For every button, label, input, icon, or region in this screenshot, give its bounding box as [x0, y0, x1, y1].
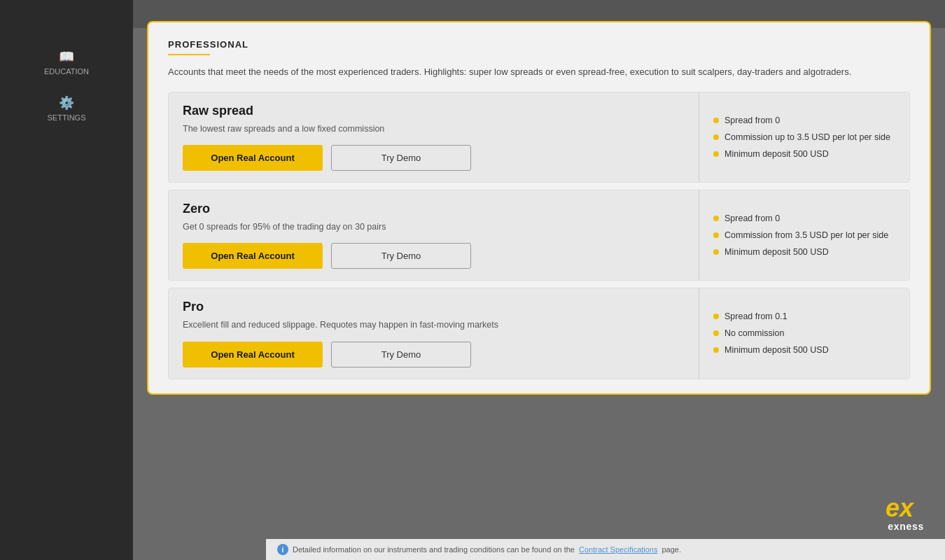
raw-spread-feature-1: Spread from 0 — [713, 115, 895, 125]
settings-icon: ⚙️ — [59, 95, 74, 111]
pro-desc: Excellent fill and reduced slippage. Req… — [183, 318, 685, 331]
raw-spread-buttons: Open Real Account Try Demo — [183, 145, 685, 171]
zero-name: Zero — [183, 202, 685, 216]
feature-dot — [713, 151, 719, 157]
exness-logo-icon: ex — [886, 494, 924, 522]
pro-features: Spread from 0.1 No commission Minimum de… — [699, 288, 909, 378]
pro-buttons: Open Real Account Try Demo — [183, 342, 685, 368]
sidebar-item-education[interactable]: 📖 EDUCATION — [0, 42, 133, 83]
sidebar-item-education-label: EDUCATION — [44, 67, 89, 76]
zero-open-real-button[interactable]: Open Real Account — [183, 243, 323, 269]
feature-dot — [713, 249, 719, 255]
zero-features: Spread from 0 Commission from 3.5 USD pe… — [699, 190, 909, 280]
pro-feature-3: Minimum deposit 500 USD — [713, 345, 895, 355]
zero-feature-3: Minimum deposit 500 USD — [713, 247, 895, 257]
raw-spread-name: Raw spread — [183, 104, 685, 118]
feature-dot — [713, 314, 719, 319]
raw-spread-open-real-button[interactable]: Open Real Account — [183, 145, 323, 171]
feature-dot — [713, 216, 719, 221]
section-title: PROFESSIONAL — [168, 39, 910, 50]
zero-card: Zero Get 0 spreads for 95% of the tradin… — [168, 190, 910, 281]
exness-logo: ex exness — [886, 494, 924, 532]
pro-try-demo-button[interactable]: Try Demo — [331, 342, 471, 368]
account-cards: Raw spread The lowest raw spreads and a … — [168, 92, 910, 379]
pro-card-left: Pro Excellent fill and reduced slippage.… — [169, 288, 699, 378]
zero-feature-1: Spread from 0 — [713, 214, 895, 223]
info-bar: i Detailed information on our instrument… — [266, 539, 945, 560]
raw-spread-features: Spread from 0 Commission up to 3.5 USD p… — [699, 92, 909, 182]
feature-dot — [713, 330, 719, 336]
raw-spread-feature-3: Minimum deposit 500 USD — [713, 149, 895, 159]
feature-dot — [713, 232, 719, 238]
info-text: Detailed information on our instruments … — [293, 545, 575, 554]
raw-spread-desc: The lowest raw spreads and a low fixed c… — [183, 122, 685, 135]
pro-open-real-button[interactable]: Open Real Account — [183, 342, 323, 368]
raw-spread-feature-2: Commission up to 3.5 USD per lot per sid… — [713, 132, 895, 142]
feature-dot — [713, 347, 719, 353]
pro-card: Pro Excellent fill and reduced slippage.… — [168, 288, 910, 379]
education-icon: 📖 — [59, 49, 74, 64]
zero-feature-2: Commission from 3.5 USD per lot per side — [713, 230, 895, 240]
contract-specs-link[interactable]: Contract Specifications — [579, 545, 658, 554]
info-suffix: page. — [662, 545, 681, 554]
main-area: PROFESSIONAL Accounts that meet the need… — [133, 0, 945, 560]
sidebar-item-settings-label: SETTINGS — [47, 113, 85, 122]
raw-spread-try-demo-button[interactable]: Try Demo — [331, 145, 471, 171]
zero-try-demo-button[interactable]: Try Demo — [331, 243, 471, 269]
pro-name: Pro — [183, 300, 685, 314]
feature-dot — [713, 134, 719, 140]
feature-dot — [713, 118, 719, 123]
pro-feature-2: No commission — [713, 328, 895, 338]
professional-modal: PROFESSIONAL Accounts that meet the need… — [147, 21, 931, 395]
section-divider — [168, 54, 210, 55]
exness-logo-text: exness — [888, 521, 924, 532]
zero-card-left: Zero Get 0 spreads for 95% of the tradin… — [169, 190, 699, 280]
section-description: Accounts that meet the needs of the most… — [168, 65, 910, 79]
info-icon: i — [277, 544, 288, 555]
zero-desc: Get 0 spreads for 95% of the trading day… — [183, 220, 685, 233]
zero-buttons: Open Real Account Try Demo — [183, 243, 685, 269]
raw-spread-card-left: Raw spread The lowest raw spreads and a … — [169, 92, 699, 182]
pro-feature-1: Spread from 0.1 — [713, 312, 895, 321]
raw-spread-card: Raw spread The lowest raw spreads and a … — [168, 92, 910, 183]
sidebar: 📖 EDUCATION ⚙️ SETTINGS — [0, 0, 133, 560]
sidebar-item-settings[interactable]: ⚙️ SETTINGS — [0, 88, 133, 129]
svg-text:ex: ex — [886, 494, 915, 522]
